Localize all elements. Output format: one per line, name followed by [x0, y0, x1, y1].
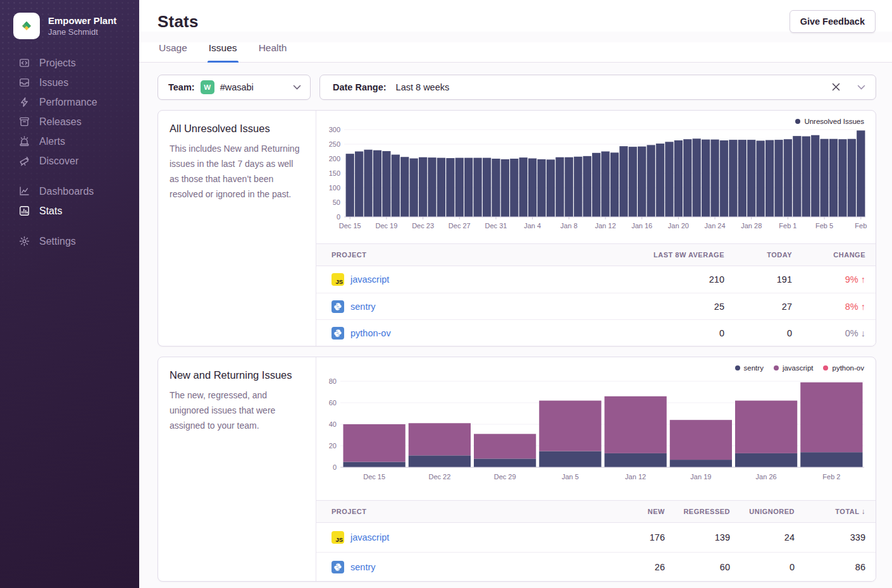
- sidebar-item-settings[interactable]: Settings: [0, 231, 139, 251]
- sidebar-item-issues[interactable]: Issues: [0, 73, 139, 92]
- new-returning-issues-table: PROJECTNEWREGRESSEDUNIGNOREDTOTAL↓JSjava…: [316, 500, 876, 581]
- change-value: 0% ↓: [802, 328, 876, 338]
- project-cell: python-ov: [316, 327, 595, 340]
- project-link-python-ov[interactable]: python-ov: [350, 328, 391, 338]
- svg-text:20: 20: [329, 442, 337, 450]
- sidebar-item-discover[interactable]: Discover: [0, 151, 139, 171]
- date-dropdown-chevron-icon[interactable]: [857, 85, 865, 90]
- column-header-today[interactable]: TODAY: [734, 251, 802, 259]
- new-value: 176: [607, 532, 675, 542]
- sidebar-item-label: Stats: [39, 205, 62, 217]
- issues-icon: [19, 77, 30, 88]
- dashboards-icon: [19, 186, 30, 197]
- sidebar-nav: ProjectsIssuesPerformanceReleasesAlertsD…: [0, 53, 139, 251]
- svg-text:Jan 12: Jan 12: [595, 222, 616, 230]
- legend-item-python-ov[interactable]: python-ov: [823, 364, 864, 372]
- team-value: #wasabi: [220, 82, 254, 92]
- org-block[interactable]: Empower Plant Jane Schmidt: [0, 0, 139, 39]
- panel-title: New and Returning Issues: [170, 369, 304, 381]
- new-returning-issues-chart: 020406080Dec 15Dec 22Dec 29Jan 5Jan 12Ja…: [316, 357, 876, 500]
- today-value: 191: [734, 274, 802, 285]
- svg-text:100: 100: [329, 184, 340, 192]
- legend-dot-icon: [774, 365, 779, 371]
- sidebar-item-alerts[interactable]: Alerts: [0, 132, 139, 151]
- panel-description: New and Returning Issues The new, regres…: [158, 357, 316, 581]
- sidebar-item-label: Settings: [39, 236, 76, 247]
- sidebar-item-label: Releases: [39, 116, 82, 128]
- date-range-selector[interactable]: Date Range: Last 8 weeks: [319, 75, 876, 100]
- legend-label: sentry: [744, 364, 764, 372]
- clear-date-range-icon[interactable]: [832, 82, 840, 93]
- total-value: 339: [805, 532, 876, 542]
- sidebar-item-dashboards[interactable]: Dashboards: [0, 181, 139, 201]
- tab-health[interactable]: Health: [257, 42, 288, 62]
- svg-text:80: 80: [329, 377, 337, 385]
- column-header-regressed[interactable]: REGRESSED: [675, 508, 740, 515]
- svg-text:50: 50: [333, 199, 340, 206]
- stats-icon: [19, 205, 30, 216]
- svg-text:Jan 20: Jan 20: [668, 222, 689, 230]
- sidebar-item-stats[interactable]: Stats: [0, 201, 139, 221]
- tab-issues[interactable]: Issues: [208, 42, 238, 62]
- sort-descending-icon: ↓: [862, 507, 866, 516]
- unresolved-issues-table: PROJECTLAST 8W AVERAGETODAYCHANGEJSjavas…: [316, 243, 876, 346]
- python-platform-icon: [331, 561, 344, 573]
- svg-text:40: 40: [329, 420, 337, 428]
- project-link-sentry[interactable]: sentry: [350, 562, 376, 572]
- sidebar-item-releases[interactable]: Releases: [0, 112, 139, 132]
- sidebar-item-label: Discover: [39, 156, 78, 167]
- svg-text:Jan 8: Jan 8: [561, 222, 578, 230]
- give-feedback-button[interactable]: Give Feedback: [790, 10, 876, 33]
- svg-text:0: 0: [337, 213, 340, 221]
- legend-item-unresolved-issues[interactable]: Unresolved Issues: [795, 118, 864, 125]
- legend-dot-icon: [823, 365, 828, 371]
- sidebar-item-projects[interactable]: Projects: [0, 53, 139, 73]
- column-header-last-8w-average[interactable]: LAST 8W AVERAGE: [595, 251, 734, 259]
- table-row-sentry: sentry2660086: [316, 552, 876, 581]
- legend-item-javascript[interactable]: javascript: [774, 364, 814, 372]
- last-8w-average-value: 0: [595, 328, 734, 338]
- panel-title: All Unresolved Issues: [170, 123, 304, 135]
- svg-text:Jan 12: Jan 12: [625, 473, 646, 481]
- legend-label: Unresolved Issues: [804, 118, 864, 125]
- table-header-row: PROJECTNEWREGRESSEDUNIGNOREDTOTAL↓: [316, 500, 876, 523]
- project-link-javascript[interactable]: javascript: [350, 274, 389, 285]
- svg-text:Dec 15: Dec 15: [339, 222, 361, 230]
- table-row-sentry: sentry25278% ↑: [316, 293, 876, 319]
- filter-bar: Team: W #wasabi Date Range: Last 8 weeks: [158, 75, 876, 100]
- page-header: Stats Give Feedback: [139, 0, 892, 32]
- svg-text:200: 200: [329, 155, 340, 162]
- releases-icon: [19, 116, 30, 127]
- project-link-javascript[interactable]: javascript: [350, 532, 389, 542]
- project-link-sentry[interactable]: sentry: [350, 302, 376, 312]
- all-unresolved-issues-panel: All Unresolved Issues This includes New …: [158, 110, 876, 346]
- svg-text:Jan 26: Jan 26: [756, 473, 777, 481]
- legend-dot-icon: [795, 119, 800, 124]
- panel-description-text: This includes New and Returning issues i…: [170, 141, 304, 202]
- team-dropdown-chevron-icon[interactable]: [293, 85, 301, 90]
- new-returning-issues-panel: New and Returning Issues The new, regres…: [158, 357, 876, 582]
- sidebar-item-label: Projects: [39, 58, 76, 69]
- table-header-row: PROJECTLAST 8W AVERAGETODAYCHANGE: [316, 243, 876, 266]
- change-value: 8% ↑: [802, 302, 876, 312]
- sidebar-item-label: Dashboards: [39, 186, 94, 197]
- team-label: Team:: [168, 82, 195, 92]
- svg-text:Dec 31: Dec 31: [485, 222, 507, 230]
- column-header-change[interactable]: CHANGE: [802, 251, 876, 259]
- tab-usage[interactable]: Usage: [158, 42, 189, 62]
- column-header-new[interactable]: NEW: [607, 508, 675, 515]
- main-content: Stats Give Feedback Usage Issues Health …: [139, 0, 892, 588]
- legend-label: python-ov: [832, 364, 864, 372]
- sidebar-item-performance[interactable]: Performance: [0, 92, 139, 112]
- team-selector[interactable]: Team: W #wasabi: [158, 75, 311, 100]
- column-header-total[interactable]: TOTAL↓: [805, 507, 876, 516]
- unignored-value: 0: [740, 562, 805, 572]
- last-8w-average-value: 210: [595, 274, 734, 285]
- sidebar-item-label: Issues: [39, 77, 68, 89]
- table-row-javascript: JSjavascript2101919% ↑: [316, 266, 876, 293]
- svg-text:Dec 19: Dec 19: [375, 222, 397, 230]
- svg-text:Jan 19: Jan 19: [690, 473, 711, 481]
- legend-item-sentry[interactable]: sentry: [735, 364, 764, 372]
- today-value: 27: [734, 302, 802, 312]
- column-header-unignored[interactable]: UNIGNORED: [740, 508, 805, 515]
